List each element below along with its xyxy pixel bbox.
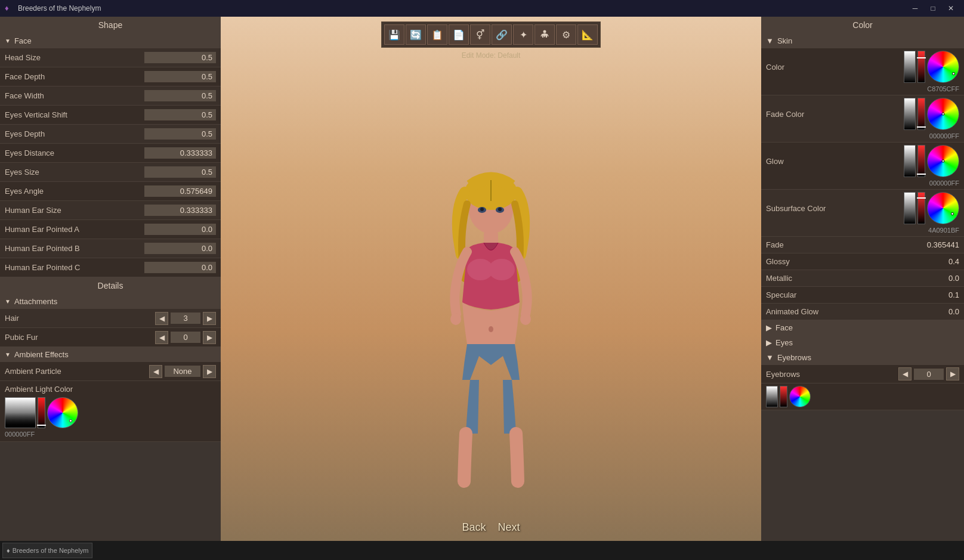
face-depth-row: Face Depth 0.5 [0, 67, 221, 86]
subsurface-color-label: Subsurface Color [766, 204, 904, 213]
ambient-light-color-label: Ambient Light Color [5, 385, 216, 394]
eyebrows-color-wheel[interactable] [789, 386, 811, 407]
maximize-button[interactable]: □ [925, 2, 941, 14]
eyes-section-label: Eyes [775, 338, 793, 347]
fade-red-strip[interactable] [917, 98, 925, 130]
skin-bw-strip[interactable] [904, 51, 916, 83]
subsurface-hex: 4A0901BF [766, 227, 959, 234]
hair-decrement-button[interactable]: ◀ [155, 312, 168, 325]
subsurface-color-widget [904, 192, 959, 224]
fade-color-wheel[interactable] [927, 98, 959, 130]
eyebrows-section-header[interactable]: ▼ Eyebrows [761, 350, 964, 365]
eyebrows-red-strip[interactable] [780, 386, 787, 407]
ambient-particle-increment-button[interactable]: ▶ [203, 365, 216, 378]
toolbar-settings-button[interactable]: ⚙ [556, 24, 576, 45]
human-ear-size-row: Human Ear Size 0.333333 [0, 201, 221, 220]
subsurface-color-wheel[interactable] [927, 192, 959, 224]
glow-red-strip[interactable] [917, 145, 925, 177]
attachments-arrow-icon: ▼ [5, 298, 11, 305]
minimize-button[interactable]: ─ [907, 2, 923, 14]
back-button[interactable]: Back [462, 521, 486, 534]
ambient-particle-row: Ambient Particle ◀ None ▶ [0, 362, 221, 381]
glow-bw-strip[interactable] [904, 145, 916, 177]
eyebrows-stepper-controls: ◀ 0 ▶ [898, 367, 959, 380]
character-area [407, 159, 574, 505]
color-face-section-header[interactable]: ▶ Face [761, 320, 964, 335]
ambient-particle-decrement-button[interactable]: ◀ [149, 365, 162, 378]
human-ear-pointed-c-label: Human Ear Pointed C [5, 263, 144, 272]
ambient-particle-label: Ambient Particle [5, 367, 149, 376]
eyes-size-value: 0.5 [144, 166, 216, 178]
toolbar-refresh-button[interactable]: 🔄 [406, 24, 426, 45]
fade-color-widget [904, 98, 959, 130]
hair-stepper: ◀ 3 ▶ [155, 312, 216, 325]
pubic-fur-decrement-button[interactable]: ◀ [155, 331, 168, 344]
ambient-effects-section-header[interactable]: ▼ Ambient Effects [0, 347, 221, 362]
face-width-label: Face Width [5, 91, 144, 100]
glow-row: Glow 000000FF [761, 143, 964, 190]
fade-wheel-dot [942, 113, 945, 116]
toolbar-gender-button[interactable]: ⚥ [470, 24, 490, 45]
fade-color-row: Fade Color 000000FF [761, 95, 964, 143]
skin-color-widget [904, 51, 959, 83]
attachments-section-header[interactable]: ▼ Attachments [0, 294, 221, 309]
skin-wheel-dot [952, 72, 955, 75]
taskbar-game-label: Breeders of the Nephelym [13, 547, 89, 554]
subsurface-wheel-dot [951, 212, 954, 215]
glow-hex: 000000FF [766, 180, 959, 187]
subsurface-bw-strip[interactable] [904, 192, 916, 224]
eyebrows-bw-strip[interactable] [766, 386, 778, 407]
ambient-red-gradient[interactable] [38, 397, 45, 428]
taskbar-game-item[interactable]: ♦ Breeders of the Nephelym [2, 543, 92, 558]
ambient-bw-gradient[interactable] [5, 397, 36, 428]
next-button[interactable]: Next [498, 521, 520, 534]
face-depth-label: Face Depth [5, 72, 144, 81]
right-panel: Color ▼ Skin Color [761, 17, 964, 541]
toolbar-pose-button[interactable]: ✦ [513, 24, 533, 45]
hair-value: 3 [171, 313, 200, 324]
eyebrows-decrement-button[interactable]: ◀ [898, 367, 912, 380]
eyebrows-stepper-row: Eyebrows ◀ 0 ▶ [761, 365, 964, 383]
hair-increment-button[interactable]: ▶ [203, 312, 216, 325]
glow-color-wheel[interactable] [927, 145, 959, 177]
fade-color-label: Fade Color [766, 110, 904, 119]
ambient-wheel-dot [69, 419, 72, 422]
color-face-section-label: Face [775, 323, 793, 332]
color-face-arrow-icon: ▶ [766, 323, 772, 332]
face-section-label: Face [14, 36, 32, 45]
ambient-color-wheel[interactable] [47, 397, 78, 428]
skin-color-wheel[interactable] [927, 51, 959, 83]
face-width-row: Face Width 0.5 [0, 86, 221, 106]
toolbar-save-button[interactable]: 💾 [384, 24, 404, 45]
viewport-background: 💾 🔄 📋 📄 ⚥ 🔗 ✦ ⚙ 📐 Edit M [221, 17, 761, 541]
toolbar-pose2-button[interactable] [534, 24, 555, 45]
specular-value: 0.1 [948, 290, 959, 299]
specular-label: Specular [766, 290, 948, 299]
metallic-label: Metallic [766, 274, 948, 283]
pubic-fur-label: Pubic Fur [5, 333, 155, 342]
edit-mode-label: Edit Mode: Default [462, 51, 521, 60]
toolbar-copy-button[interactable]: 📋 [427, 24, 447, 45]
main-layout: Shape ▼ Face Head Size 0.5 Face Depth 0.… [0, 17, 964, 541]
fade-bw-strip[interactable] [904, 98, 916, 130]
toolbar-export-button[interactable]: 📐 [577, 24, 598, 45]
head-size-label: Head Size [5, 53, 144, 62]
pubic-fur-increment-button[interactable]: ▶ [203, 331, 216, 344]
face-section-header[interactable]: ▼ Face [0, 33, 221, 48]
eyes-size-row: Eyes Size 0.5 [0, 163, 221, 182]
eyebrows-increment-button[interactable]: ▶ [946, 367, 959, 380]
skin-section-header[interactable]: ▼ Skin [761, 33, 964, 48]
eyebrows-color-widget [766, 386, 959, 407]
attachments-section-label: Attachments [14, 297, 57, 306]
eyes-vertical-shift-label: Eyes Vertical Shift [5, 110, 144, 119]
close-button[interactable]: ✕ [943, 2, 959, 14]
eyes-section-header[interactable]: ▶ Eyes [761, 335, 964, 350]
eyes-vertical-shift-row: Eyes Vertical Shift 0.5 [0, 106, 221, 125]
toolbar-paste-button[interactable]: 📄 [449, 24, 469, 45]
skin-red-strip[interactable] [917, 51, 925, 83]
fade-scalar-label: Fade [766, 240, 927, 249]
center-panel: 💾 🔄 📋 📄 ⚥ 🔗 ✦ ⚙ 📐 Edit M [221, 17, 761, 541]
toolbar-link-button[interactable]: 🔗 [492, 24, 512, 45]
subsurface-red-strip[interactable] [917, 192, 925, 224]
bottom-nav: Back Next [462, 521, 520, 534]
